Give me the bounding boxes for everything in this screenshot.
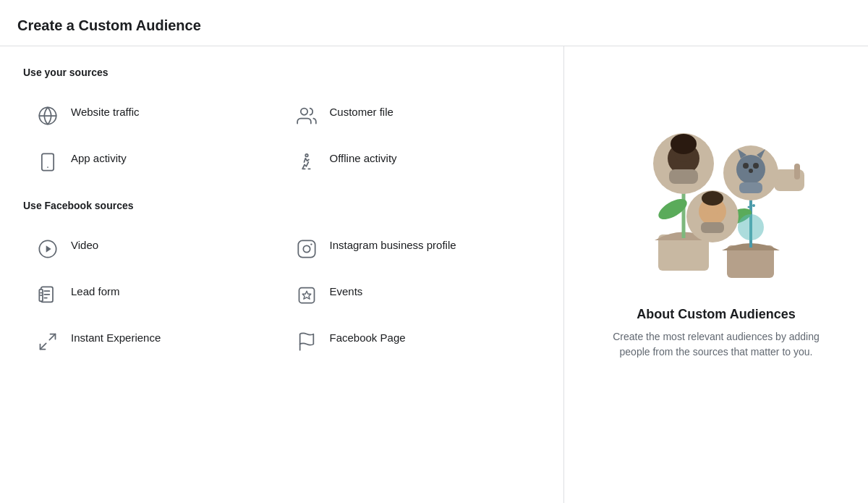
svg-point-47 xyxy=(749,169,753,173)
svg-rect-37 xyxy=(794,164,800,179)
app-activity-label: App activity xyxy=(71,149,127,166)
svg-rect-32 xyxy=(669,169,698,184)
people-icon xyxy=(294,103,320,129)
lead-form-label: Lead form xyxy=(71,282,120,299)
svg-rect-3 xyxy=(42,153,54,170)
mobile-icon xyxy=(35,149,61,175)
svg-rect-53 xyxy=(701,222,724,233)
expand-icon xyxy=(35,329,61,355)
svg-point-52 xyxy=(702,191,723,206)
svg-point-5 xyxy=(305,154,308,157)
about-custom-audiences-description: Create the most relevant audiences by ad… xyxy=(608,329,825,360)
customer-file-label: Customer file xyxy=(330,103,393,119)
flag-icon xyxy=(294,329,320,355)
facebook-sources-grid: Video Instagram business profile xyxy=(23,226,540,365)
website-traffic-label: Website traffic xyxy=(71,103,139,119)
svg-marker-9 xyxy=(46,245,51,252)
option-events[interactable]: Events xyxy=(282,272,541,318)
svg-line-22 xyxy=(49,334,55,340)
option-instagram-business[interactable]: Instagram business profile xyxy=(282,226,541,272)
option-instant-experience[interactable]: Instant Experience xyxy=(23,318,282,365)
option-website-traffic[interactable]: Website traffic xyxy=(23,93,282,139)
instagram-business-label: Instagram business profile xyxy=(330,236,456,253)
option-video[interactable]: Video xyxy=(23,226,282,272)
svg-rect-48 xyxy=(739,182,762,193)
svg-marker-21 xyxy=(302,291,311,299)
svg-line-23 xyxy=(41,343,46,349)
section-facebook-sources-label: Use Facebook sources xyxy=(23,200,540,211)
option-app-activity[interactable]: App activity xyxy=(23,139,282,185)
option-facebook-page[interactable]: Facebook Page xyxy=(282,318,541,365)
svg-point-44 xyxy=(753,163,759,169)
custom-audiences-illustration xyxy=(615,75,817,292)
svg-point-43 xyxy=(743,163,749,169)
svg-point-39 xyxy=(752,204,755,207)
globe-icon xyxy=(35,103,61,129)
offline-activity-label: Offline activity xyxy=(330,149,397,166)
play-icon xyxy=(35,236,61,262)
modal-body: Use your sources Website traffic xyxy=(0,46,868,503)
instant-experience-label: Instant Experience xyxy=(71,329,161,345)
about-custom-audiences-title: About Custom Audiences xyxy=(637,307,795,322)
svg-point-54 xyxy=(738,214,764,240)
events-label: Events xyxy=(330,282,363,299)
option-offline-activity[interactable]: Offline activity xyxy=(282,139,541,185)
modal-container: Create a Custom Audience Use your source… xyxy=(0,0,868,503)
your-sources-grid: Website traffic Customer file xyxy=(23,93,540,185)
video-label: Video xyxy=(71,236,98,253)
instagram-icon xyxy=(294,236,320,262)
svg-rect-20 xyxy=(299,288,314,303)
option-lead-form[interactable]: Lead form xyxy=(23,272,282,318)
left-panel: Use your sources Website traffic xyxy=(0,46,564,503)
svg-rect-10 xyxy=(298,240,315,257)
svg-point-11 xyxy=(303,245,310,252)
section-your-sources-label: Use your sources xyxy=(23,67,540,78)
walk-icon xyxy=(294,149,320,175)
svg-point-12 xyxy=(310,243,312,245)
right-panel: About Custom Audiences Create the most r… xyxy=(564,46,868,503)
modal-title: Create a Custom Audience xyxy=(0,17,868,46)
form-icon xyxy=(35,282,61,308)
svg-point-31 xyxy=(671,134,697,154)
svg-point-2 xyxy=(300,109,307,115)
star-icon xyxy=(294,282,320,308)
facebook-page-label: Facebook Page xyxy=(330,329,406,345)
svg-point-40 xyxy=(748,206,750,208)
option-customer-file[interactable]: Customer file xyxy=(282,93,541,139)
